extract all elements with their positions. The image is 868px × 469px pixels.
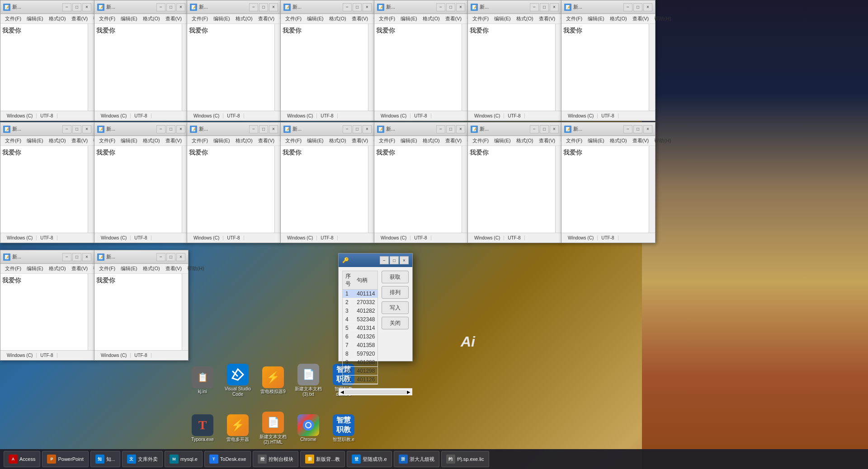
minimize-btn-6[interactable]: − — [530, 3, 539, 11]
menu-edit-16[interactable]: 编辑(E) — [118, 264, 140, 273]
menu-file-10[interactable]: 文件(F) — [189, 136, 211, 145]
close-btn-15[interactable]: × — [82, 253, 91, 261]
menu-edit-14[interactable]: 编辑(E) — [585, 136, 607, 145]
notepad-window-6[interactable]: 📝 新... − □ × 文件(F) 编辑(E) 格式(O) 查看(V) 帮助(… — [467, 0, 562, 121]
content-1[interactable]: 我爱你 — [0, 24, 94, 111]
content-4[interactable]: 我爱你 — [281, 24, 374, 111]
menu-view-14[interactable]: 查看(V) — [630, 136, 652, 145]
desktop-icon-ldplayer9[interactable]: ⚡ 雷电模拟器9 — [257, 365, 289, 396]
notepad-window-9[interactable]: 📝 新... − □ × 文件(F) 编辑(E) 格式(O) 查看(V) 帮助(… — [94, 122, 189, 243]
content-14[interactable]: 我爱你 — [561, 146, 655, 233]
dialog-table-row[interactable]: 6401326 — [343, 333, 377, 341]
scrollbar-8[interactable] — [88, 146, 94, 233]
menu-view-2[interactable]: 查看(V) — [163, 14, 185, 23]
minimize-btn-7[interactable]: − — [623, 3, 632, 11]
close-btn-12[interactable]: × — [456, 125, 465, 133]
content-13[interactable]: 我爱你 — [468, 146, 561, 233]
menu-view-13[interactable]: 查看(V) — [536, 136, 558, 145]
close-btn-7[interactable]: × — [643, 3, 652, 11]
close-btn-2[interactable]: × — [176, 3, 185, 11]
menu-edit-11[interactable]: 编辑(E) — [304, 136, 326, 145]
scrollbar-12[interactable] — [462, 146, 468, 233]
menu-format-16[interactable]: 格式(O) — [140, 264, 163, 273]
close-btn-16[interactable]: × — [176, 253, 185, 261]
menu-view-1[interactable]: 查看(V) — [69, 14, 91, 23]
menu-format-2[interactable]: 格式(O) — [140, 14, 163, 23]
scroll-right-btn[interactable]: ▶ — [407, 389, 410, 394]
scrollbar-13[interactable] — [555, 146, 561, 233]
menu-edit-1[interactable]: 编辑(E) — [24, 14, 46, 23]
taskbar-item-zd[interactable]: 浙 浙大儿烦视 — [394, 451, 439, 467]
menu-file-1[interactable]: 文件(F) — [2, 14, 24, 23]
scrollbar-6[interactable] — [555, 24, 561, 111]
minimize-btn-14[interactable]: − — [623, 125, 632, 133]
get-button[interactable]: 获取 — [382, 271, 409, 283]
maximize-btn-4[interactable]: □ — [353, 3, 362, 11]
menu-format-10[interactable]: 格式(O) — [233, 136, 255, 145]
menu-edit-7[interactable]: 编辑(E) — [585, 14, 607, 23]
dialog-table-row[interactable]: 2270332 — [343, 298, 377, 307]
menu-edit-2[interactable]: 编辑(E) — [118, 14, 140, 23]
menu-view-7[interactable]: 查看(V) — [630, 14, 652, 23]
menu-format-3[interactable]: 格式(O) — [233, 14, 255, 23]
menu-file-16[interactable]: 文件(F) — [96, 264, 118, 273]
close-btn-14[interactable]: × — [643, 125, 652, 133]
menu-format-8[interactable]: 格式(O) — [46, 136, 69, 145]
scroll-left-btn[interactable]: ◀ — [340, 389, 344, 394]
content-6[interactable]: 我爱你 — [468, 24, 561, 111]
content-2[interactable]: 我爱你 — [94, 24, 188, 111]
menu-view-15[interactable]: 查看(V) — [69, 264, 91, 273]
menu-view-12[interactable]: 查看(V) — [443, 136, 465, 145]
notepad-window-12[interactable]: 📝 新... − □ × 文件(F) 编辑(E) 格式(O) 查看(V) 帮助(… — [374, 122, 468, 243]
notepad-window-15[interactable]: 📝 新... − □ × 文件(F) 编辑(E) 格式(O) 查看(V) 帮助(… — [0, 250, 94, 361]
dialog-minimize-btn[interactable]: − — [380, 256, 389, 264]
close-btn-5[interactable]: × — [456, 3, 465, 11]
menu-format-9[interactable]: 格式(O) — [140, 136, 163, 145]
content-10[interactable]: 我爱你 — [187, 146, 281, 233]
notepad-window-11[interactable]: 📝 新... − □ × 文件(F) 编辑(E) 格式(O) 查看(V) 帮助(… — [280, 122, 375, 243]
minimize-btn-12[interactable]: − — [436, 125, 445, 133]
close-btn-4[interactable]: × — [363, 3, 372, 11]
notepad-window-5[interactable]: 📝 新... − □ × 文件(F) 编辑(E) 格式(O) 查看(V) 帮助(… — [374, 0, 468, 121]
desktop-icon-vscode[interactable]: Visual Studio Code — [222, 362, 254, 399]
dialog-table-row[interactable]: 9401288 — [343, 358, 377, 367]
menu-file-8[interactable]: 文件(F) — [2, 136, 24, 145]
close-dialog-button[interactable]: 关闭 — [382, 317, 409, 329]
notepad-window-3[interactable]: 📝 新... − □ × 文件(F) 编辑(E) 格式(O) 查看(V) 帮助(… — [187, 0, 281, 121]
maximize-btn-3[interactable]: □ — [259, 3, 268, 11]
menu-view-4[interactable]: 查看(V) — [349, 14, 371, 23]
close-btn-1[interactable]: × — [82, 3, 91, 11]
close-btn-10[interactable]: × — [269, 125, 278, 133]
menu-file-7[interactable]: 文件(F) — [563, 14, 585, 23]
menu-help-7[interactable]: 帮助(H) — [651, 14, 674, 23]
scrollbar-1[interactable] — [88, 24, 94, 111]
menu-format-1[interactable]: 格式(O) — [46, 14, 69, 23]
notepad-window-4[interactable]: 📝 新... − □ × 文件(F) 编辑(E) 格式(O) 查看(V) 帮助(… — [280, 0, 375, 121]
taskbar-item-ppt[interactable]: P PowerPoint — [42, 451, 88, 467]
notepad-window-14[interactable]: 📝 新... − □ × 文件(F) 编辑(E) 格式(O) 查看(V) 帮助(… — [561, 122, 656, 243]
minimize-btn-11[interactable]: − — [343, 125, 352, 133]
maximize-btn-13[interactable]: □ — [540, 125, 549, 133]
notepad-window-8[interactable]: 📝 新... − □ × 文件(F) 编辑(E) 格式(O) 查看(V) 帮助(… — [0, 122, 94, 243]
scrollbar-5[interactable] — [462, 24, 468, 111]
menu-format-4[interactable]: 格式(O) — [326, 14, 349, 23]
close-btn-6[interactable]: × — [550, 3, 559, 11]
taskbar-item-zhi[interactable]: 知 知... — [90, 451, 120, 467]
notepad-window-1[interactable]: 📝 新... − □ × 文件(F) 编辑(E) 格式(O) 查看(V) 帮助(… — [0, 0, 94, 121]
menu-file-11[interactable]: 文件(F) — [283, 136, 304, 145]
maximize-btn-9[interactable]: □ — [166, 125, 175, 133]
menu-file-13[interactable]: 文件(F) — [470, 136, 491, 145]
close-btn-3[interactable]: × — [269, 3, 278, 11]
menu-edit-5[interactable]: 编辑(E) — [398, 14, 420, 23]
dialog-table-row[interactable]: 10401298 — [343, 367, 377, 375]
content-7[interactable]: 我爱你 — [561, 24, 655, 111]
minimize-btn-1[interactable]: − — [62, 3, 71, 11]
dialog-table-row[interactable]: 5401314 — [343, 324, 377, 333]
menu-format-7[interactable]: 格式(O) — [607, 14, 630, 23]
dialog-table-row[interactable]: 1401114 — [343, 290, 377, 298]
menu-view-16[interactable]: 查看(V) — [163, 264, 185, 273]
minimize-btn-13[interactable]: − — [530, 125, 539, 133]
menu-file-9[interactable]: 文件(F) — [96, 136, 118, 145]
maximize-btn-2[interactable]: □ — [166, 3, 175, 11]
maximize-btn-1[interactable]: □ — [72, 3, 81, 11]
